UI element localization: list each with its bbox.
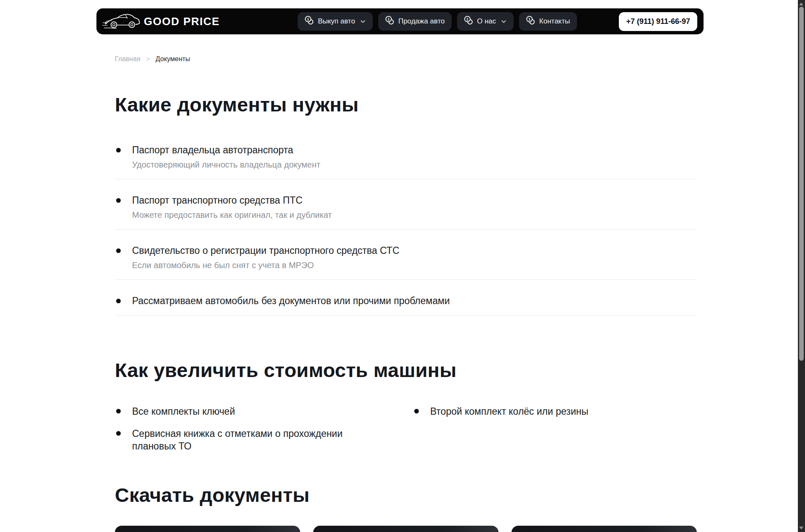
svg-text:1: 1 — [387, 17, 390, 21]
nav-menu: 1 Выкуп авто 1 Продажа авто — [298, 12, 576, 31]
list-item: Паспорт транспортного средства ПТС Может… — [115, 179, 697, 230]
breadcrumb-home[interactable]: Главная — [115, 55, 140, 63]
coin-icon: 1 — [464, 15, 473, 27]
nav-item-label: Выкуп авто — [318, 17, 355, 26]
scrollbar — [798, 0, 805, 532]
download-card[interactable] — [115, 526, 300, 532]
scrollbar-thumb[interactable] — [799, 7, 804, 361]
tip-text: Сервисная книжка с отметками о прохожден… — [132, 427, 388, 452]
section-title-download: Скачать документы — [115, 483, 697, 507]
document-title: Паспорт владельца автотранспорта — [132, 144, 320, 156]
phone-button[interactable]: +7 (911) 911-66-97 — [619, 12, 697, 31]
coin-icon: 1 — [526, 15, 535, 27]
bullet-icon — [414, 409, 419, 413]
list-item: Свидетельство о регистрации транспортног… — [115, 230, 697, 280]
list-item: Второй комплект колёс или резины — [413, 405, 697, 418]
nav-item-label: Продажа авто — [398, 17, 445, 26]
list-item: Все комплекты ключей — [115, 405, 413, 418]
bullet-icon — [116, 299, 121, 303]
document-title: Рассматриваем автомобиль без документов … — [132, 295, 450, 307]
page-title: Какие документы нужны — [115, 93, 697, 117]
bullet-icon — [116, 148, 121, 152]
list-item — [413, 427, 697, 452]
scrollbar-up-icon[interactable] — [799, 3, 803, 5]
document-subtitle: Удостоверяющий личность владельца докуме… — [132, 159, 320, 170]
download-card[interactable] — [313, 526, 499, 532]
coin-icon: 1 — [304, 15, 314, 27]
breadcrumb-current: Документы — [156, 55, 190, 63]
list-item: Рассматриваем автомобиль без документов … — [115, 280, 697, 315]
bullet-icon — [116, 409, 121, 413]
nav-item-vykup-avto[interactable]: 1 Выкуп авто — [298, 12, 373, 31]
bullet-icon — [116, 248, 121, 253]
chevron-down-icon — [501, 18, 507, 25]
list-item: Паспорт владельца автотранспорта Удостов… — [115, 129, 697, 179]
download-card[interactable] — [512, 526, 697, 532]
nav-item-kontakty[interactable]: 1 Контакты — [519, 12, 576, 31]
section-title-increase-value: Как увеличить стоимость машины — [115, 358, 697, 382]
nav-item-label: Контакты — [539, 17, 570, 26]
chevron-down-icon — [360, 18, 366, 25]
bullet-icon — [116, 431, 121, 436]
svg-text:1: 1 — [528, 17, 530, 21]
download-cards — [115, 526, 697, 532]
nav-item-o-nas[interactable]: 1 О нас — [457, 12, 514, 31]
document-subtitle: Можете предоставить как оригинал, так и … — [132, 209, 332, 221]
bullet-icon — [116, 198, 121, 203]
document-subtitle: Если автомобиль не был снят с учета в МР… — [132, 260, 400, 271]
car-logo-icon — [102, 10, 141, 32]
nav-item-label: О нас — [477, 17, 496, 26]
main-content: Главная > Документы Какие документы нужн… — [115, 0, 697, 532]
coin-icon: 1 — [385, 15, 395, 27]
nav-item-prodazha-avto[interactable]: 1 Продажа авто — [378, 12, 452, 31]
document-title: Свидетельство о регистрации транспортног… — [132, 245, 400, 256]
breadcrumb-chevron-icon: > — [146, 55, 150, 63]
documents-list: Паспорт владельца автотранспорта Удостов… — [115, 129, 697, 315]
tip-text: Второй комплект колёс или резины — [430, 405, 588, 418]
tip-text: Все комплекты ключей — [132, 405, 235, 418]
svg-text:1: 1 — [307, 17, 309, 21]
top-nav: GOOD PRICE 1 Выкуп авто 1 — [96, 8, 704, 34]
brand-name: GOOD PRICE — [144, 15, 220, 28]
scrollbar-down-icon[interactable] — [799, 527, 803, 529]
brand-logo[interactable]: GOOD PRICE — [102, 10, 220, 32]
document-title: Паспорт транспортного средства ПТС — [132, 194, 332, 206]
tips-grid: Все комплекты ключей Второй комплект кол… — [115, 405, 697, 452]
svg-text:1: 1 — [466, 17, 468, 21]
list-item: Сервисная книжка с отметками о прохожден… — [115, 427, 413, 452]
